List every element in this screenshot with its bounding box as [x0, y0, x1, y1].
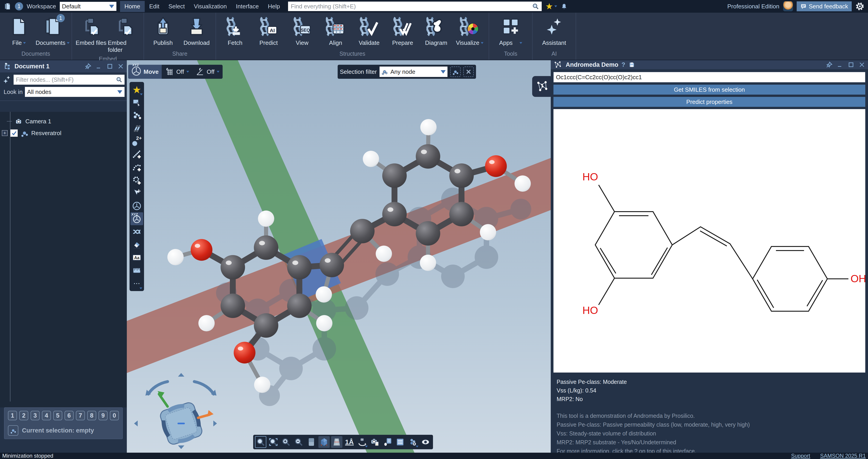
favorites-star-icon[interactable]: ★	[545, 2, 553, 11]
rotate-tool[interactable]	[130, 199, 143, 212]
ribbon-documents-button[interactable]: 1 Documents	[36, 13, 69, 48]
ribbon-embed-folder-button[interactable]: Embed folder	[108, 13, 141, 54]
orbit-camera-tool[interactable]	[356, 436, 368, 448]
label-tool[interactable]: Aa	[130, 251, 143, 264]
selection-key[interactable]: 9	[98, 411, 107, 420]
selection-key[interactable]: 2	[19, 411, 28, 420]
ribbon-prepare-button[interactable]: Prepare	[386, 13, 420, 48]
maximize-icon[interactable]	[106, 63, 113, 70]
minimize-icon[interactable]	[96, 63, 102, 70]
add-curve-tool[interactable]	[130, 161, 143, 173]
menu-home[interactable]: Home	[120, 1, 145, 12]
view-cube-toggle[interactable]	[318, 436, 330, 448]
ribbon-align-button[interactable]: Align	[319, 13, 352, 48]
zoom-region-tool[interactable]	[268, 436, 279, 448]
select-move-tool[interactable]	[130, 187, 143, 199]
save-icon[interactable]	[628, 61, 635, 68]
move-xyz-tool[interactable]: XYZ	[130, 212, 143, 225]
measure-tool[interactable]	[130, 264, 143, 277]
charge-tool[interactable]: 2+	[130, 135, 143, 148]
nav-cube[interactable]	[157, 399, 206, 448]
add-atoms-tool[interactable]	[130, 109, 143, 122]
ai-sparkle-icon[interactable]	[2, 75, 11, 84]
viewport-3d[interactable]: XYZ Move Off Off Selection filter Any no…	[127, 60, 551, 453]
selection-key[interactable]: 3	[31, 411, 40, 420]
send-feedback-button[interactable]: Send feedback	[797, 1, 852, 11]
zoom-in-tool[interactable]	[280, 436, 292, 448]
menu-select[interactable]: Select	[164, 1, 189, 12]
ribbon-validate-button[interactable]: Validate	[352, 13, 386, 48]
snapshot-tool[interactable]	[369, 436, 380, 448]
grid-plane-toggle[interactable]	[331, 436, 342, 448]
menu-visualization[interactable]: Visualization	[189, 1, 231, 12]
add-ring-tool[interactable]	[130, 173, 143, 187]
ribbon-visualize-button[interactable]: Visualize	[453, 13, 487, 48]
predict-properties-button[interactable]: Predict properties	[554, 97, 865, 107]
get-smiles-button[interactable]: Get SMILES from selection	[554, 85, 865, 95]
ribbon-file-button[interactable]: File	[2, 13, 36, 48]
favorites-tool[interactable]: ★	[130, 83, 143, 96]
navigation-widget[interactable]	[134, 372, 217, 452]
zoom-out-tool[interactable]	[293, 436, 304, 448]
settings-gear-icon[interactable]	[855, 2, 864, 11]
twist-tool[interactable]	[130, 225, 143, 238]
eraser-tool[interactable]	[130, 238, 143, 251]
pin-icon[interactable]	[826, 61, 833, 68]
workspace-select[interactable]: Default	[60, 2, 116, 11]
support-link[interactable]: Support	[791, 453, 810, 459]
zoom-tool[interactable]	[255, 436, 266, 448]
documents-stack-icon[interactable]	[4, 2, 11, 11]
menu-edit[interactable]: Edit	[145, 1, 164, 12]
select-same-type-button[interactable]	[450, 67, 461, 77]
help-button[interactable]: ?	[622, 61, 625, 68]
clear-filter-button[interactable]	[463, 67, 474, 77]
selection-key[interactable]: 5	[53, 411, 62, 420]
expand-toggle[interactable]: +	[2, 130, 8, 136]
pin-icon[interactable]	[85, 63, 92, 70]
tree-row-camera[interactable]: Camera 1	[0, 116, 127, 127]
smiles-field[interactable]	[554, 72, 865, 83]
more-tools[interactable]: ⋯	[130, 277, 143, 290]
notifications-bell-icon[interactable]	[561, 2, 567, 10]
add-chain-tool[interactable]	[130, 148, 143, 161]
tree-row-resveratrol[interactable]: + Resveratrol	[0, 127, 127, 139]
move-mode-button[interactable]: XYZ Move	[128, 65, 162, 79]
search-input[interactable]	[291, 3, 530, 10]
angle-snap-toggle[interactable]: Off	[192, 65, 223, 79]
close-icon[interactable]	[859, 61, 865, 68]
annotation-tool[interactable]	[382, 436, 393, 448]
presenter-tool[interactable]	[395, 436, 406, 448]
ribbon-assistant-button[interactable]: Assistant	[535, 13, 574, 48]
document-panel-titlebar[interactable]: Document 1	[0, 60, 127, 72]
ribbon-fetch-button[interactable]: Fetch	[218, 13, 252, 48]
close-icon[interactable]	[117, 63, 124, 70]
selection-key[interactable]: 7	[76, 411, 85, 420]
selection-key[interactable]: 8	[87, 411, 96, 420]
minimize-icon[interactable]	[837, 61, 843, 68]
smiles-input[interactable]	[556, 74, 863, 81]
look-in-select[interactable]: All nodes	[25, 87, 125, 97]
ribbon-download-button[interactable]: Download	[180, 13, 213, 48]
andromeda-panel-titlebar[interactable]: Andromeda Demo ?	[551, 60, 868, 69]
visibility-eye-tool[interactable]	[420, 436, 431, 448]
bond-tool[interactable]	[130, 122, 143, 135]
ribbon-apps-button[interactable]: Apps	[491, 13, 530, 48]
favorites-caret-icon[interactable]	[554, 5, 557, 7]
rectangle-select-tool[interactable]	[130, 96, 143, 109]
grid-snap-toggle[interactable]: Off	[162, 65, 192, 79]
selection-filter-select[interactable]: Any node	[379, 67, 447, 77]
ribbon-embed-files-button[interactable]: Embed files	[74, 13, 108, 54]
maximize-icon[interactable]	[848, 61, 855, 68]
user-avatar[interactable]	[783, 1, 793, 11]
ribbon-diagram-button[interactable]: Diagram	[420, 13, 453, 48]
filter-nodes-field[interactable]	[13, 75, 125, 85]
visibility-checkbox[interactable]	[10, 129, 18, 137]
version-link[interactable]: SAMSON 2025 R1	[820, 453, 866, 459]
filter-nodes-input[interactable]	[16, 76, 114, 83]
global-search[interactable]	[288, 2, 542, 11]
ribbon-view-button[interactable]: SEQ View	[285, 13, 319, 48]
ribbon-publish-button[interactable]: Publish	[146, 13, 180, 48]
selection-key[interactable]: 0	[110, 411, 119, 420]
highlight-atoms-tool[interactable]	[407, 436, 418, 448]
selection-key[interactable]: 1	[8, 411, 17, 420]
